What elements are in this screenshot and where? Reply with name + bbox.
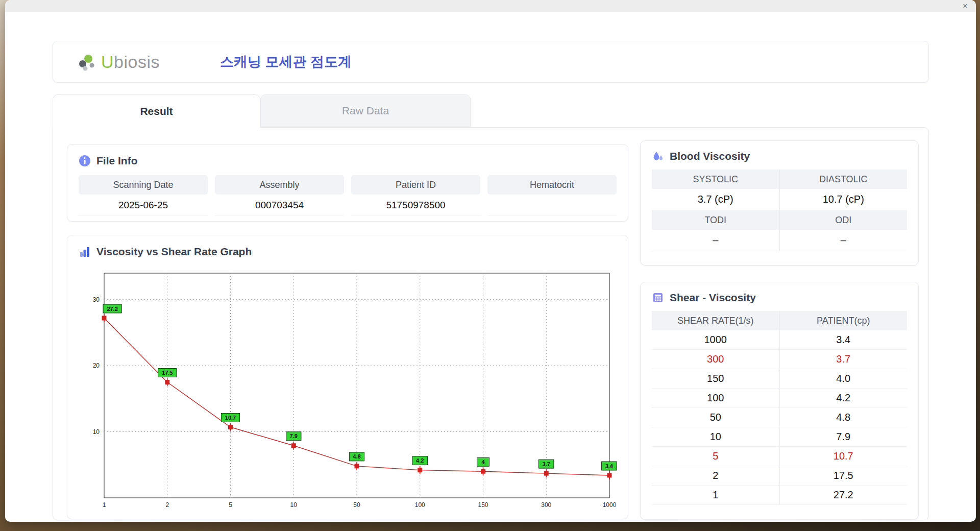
svg-text:5: 5 <box>229 501 232 509</box>
brand-text: Ubiosis <box>101 52 160 72</box>
window-titlebar: × <box>5 0 976 12</box>
shear-rate-cell: 1000 <box>652 330 780 349</box>
svg-text:2: 2 <box>165 501 169 509</box>
main-panel: File Info Scanning Date2025-06-25Assembl… <box>53 127 929 520</box>
bar-chart-icon <box>79 246 91 258</box>
table-icon <box>652 292 664 304</box>
shear-table-row: 3003.7 <box>652 350 907 369</box>
shear-viscosity-card: Shear - Viscosity SHEAR RATE(1/s) PATIEN… <box>640 282 919 520</box>
shear-table-row: 1004.2 <box>652 389 907 408</box>
info-icon <box>79 155 91 167</box>
file-info-field: Scanning Date2025-06-25 <box>79 175 208 216</box>
shear-table-body: 10003.43003.71504.01004.2504.8107.9510.7… <box>652 330 907 505</box>
close-icon[interactable]: × <box>963 1 968 12</box>
svg-text:150: 150 <box>478 501 488 509</box>
blood-viscosity-card: Blood Viscosity SYSTOLICDIASTOLIC3.7 (cP… <box>640 140 919 266</box>
brand-rest: biosis <box>114 52 160 71</box>
shear-rate-cell: 300 <box>652 350 780 369</box>
blood-viscosity-title: Blood Viscosity <box>670 150 750 162</box>
shear-table-row: 217.5 <box>652 466 907 486</box>
svg-text:1000: 1000 <box>603 501 617 509</box>
svg-text:50: 50 <box>353 501 360 509</box>
bv-header-cell: TODI <box>652 210 780 230</box>
shear-table-row: 10003.4 <box>652 330 907 350</box>
svg-text:20: 20 <box>93 362 100 369</box>
shear-rate-cell: 2 <box>652 466 780 485</box>
shear-rate-cell: 150 <box>652 369 780 388</box>
shear-rate-cell: 1 <box>652 486 780 504</box>
shear-table-row: 107.9 <box>652 427 907 447</box>
ubiosis-logo-icon <box>77 52 97 72</box>
droplet-icon <box>652 150 664 162</box>
bv-header-row: SYSTOLICDIASTOLIC <box>652 170 907 189</box>
svg-text:27.2: 27.2 <box>107 306 117 312</box>
patient-viscosity-cell: 4.8 <box>780 408 908 427</box>
shear-rate-cell: 100 <box>652 389 780 407</box>
tab-result[interactable]: Result <box>53 94 260 128</box>
bv-value-cell: 10.7 (cP) <box>780 189 908 210</box>
shear-rate-cell: 50 <box>652 408 780 427</box>
shear-viscosity-header: Shear - Viscosity <box>652 292 907 304</box>
field-value: 2025-06-25 <box>79 195 208 216</box>
bv-value-cell: – <box>780 230 908 251</box>
svg-text:10: 10 <box>93 428 100 436</box>
file-info-field: Hematocrit <box>487 175 617 216</box>
bv-header-cell: ODI <box>780 210 908 230</box>
viscosity-chart: 1251050100150300100010203027.217.510.77.… <box>79 260 618 515</box>
patient-viscosity-cell: 27.2 <box>780 486 908 504</box>
field-value <box>487 195 617 216</box>
field-value: 000703454 <box>215 195 344 216</box>
patient-viscosity-cell: 4.2 <box>780 389 908 407</box>
patient-viscosity-cell: 7.9 <box>780 427 908 446</box>
tab-raw-data[interactable]: Raw Data <box>260 94 471 127</box>
svg-text:17.5: 17.5 <box>162 370 173 376</box>
svg-text:4: 4 <box>481 459 485 465</box>
bv-value-row: –– <box>652 230 907 251</box>
shear-table-row: 510.7 <box>652 447 907 466</box>
svg-text:3.7: 3.7 <box>543 461 550 467</box>
shear-table-row: 127.2 <box>652 486 907 505</box>
graph-title: Viscosity vs Shear Rate Graph <box>96 246 252 258</box>
file-info-field: Assembly000703454 <box>215 175 344 216</box>
shear-viscosity-title: Shear - Viscosity <box>670 292 756 304</box>
shear-table-header: SHEAR RATE(1/s) PATIENT(cp) <box>652 311 907 330</box>
file-info-fields: Scanning Date2025-06-25Assembly000703454… <box>79 175 617 216</box>
file-info-field: Patient ID51750978500 <box>351 175 480 216</box>
file-info-card: File Info Scanning Date2025-06-25Assembl… <box>67 144 628 222</box>
shear-table-row: 1504.0 <box>652 369 907 389</box>
bv-value-cell: – <box>652 230 780 251</box>
svg-text:4.2: 4.2 <box>416 457 424 464</box>
graph-header: Viscosity vs Shear Rate Graph <box>79 246 617 258</box>
bv-header-row: TODIODI <box>652 210 907 230</box>
file-info-header: File Info <box>79 155 617 167</box>
svg-text:10.7: 10.7 <box>225 415 236 421</box>
bv-header-cell: DIASTOLIC <box>780 170 908 189</box>
app-window: × Ubiosis 스캐닝 모세관 점도계 Result Raw Data <box>5 0 976 522</box>
field-label: Patient ID <box>351 175 480 195</box>
svg-text:100: 100 <box>415 501 425 509</box>
svg-text:300: 300 <box>541 501 551 509</box>
field-label: Scanning Date <box>79 175 208 195</box>
file-info-title: File Info <box>96 155 138 167</box>
blood-viscosity-header: Blood Viscosity <box>652 150 907 162</box>
svg-text:1: 1 <box>103 501 106 509</box>
shear-table-row: 504.8 <box>652 408 907 427</box>
svg-text:30: 30 <box>93 296 100 303</box>
svg-text:10: 10 <box>290 501 298 509</box>
bv-header-cell: SYSTOLIC <box>652 170 780 189</box>
header-card: Ubiosis 스캐닝 모세관 점도계 <box>53 41 929 83</box>
bv-value-cell: 3.7 (cP) <box>652 189 780 210</box>
bv-value-row: 3.7 (cP)10.7 (cP) <box>652 189 907 210</box>
svg-text:4.8: 4.8 <box>353 453 360 460</box>
svg-text:7.9: 7.9 <box>290 433 298 439</box>
field-label: Hematocrit <box>487 175 617 195</box>
shear-rate-cell: 10 <box>652 427 780 446</box>
graph-card: Viscosity vs Shear Rate Graph 1251050100… <box>67 235 628 519</box>
brand-letter-u: U <box>101 52 114 71</box>
ubiosis-logo: Ubiosis <box>77 52 160 72</box>
patient-viscosity-cell: 3.7 <box>780 350 908 369</box>
chart-wrap: 1251050100150300100010203027.217.510.77.… <box>79 260 617 517</box>
shear-col-header: SHEAR RATE(1/s) <box>652 311 780 330</box>
svg-text:3.4: 3.4 <box>605 463 614 469</box>
blood-viscosity-table: SYSTOLICDIASTOLIC3.7 (cP)10.7 (cP)TODIOD… <box>652 170 907 251</box>
